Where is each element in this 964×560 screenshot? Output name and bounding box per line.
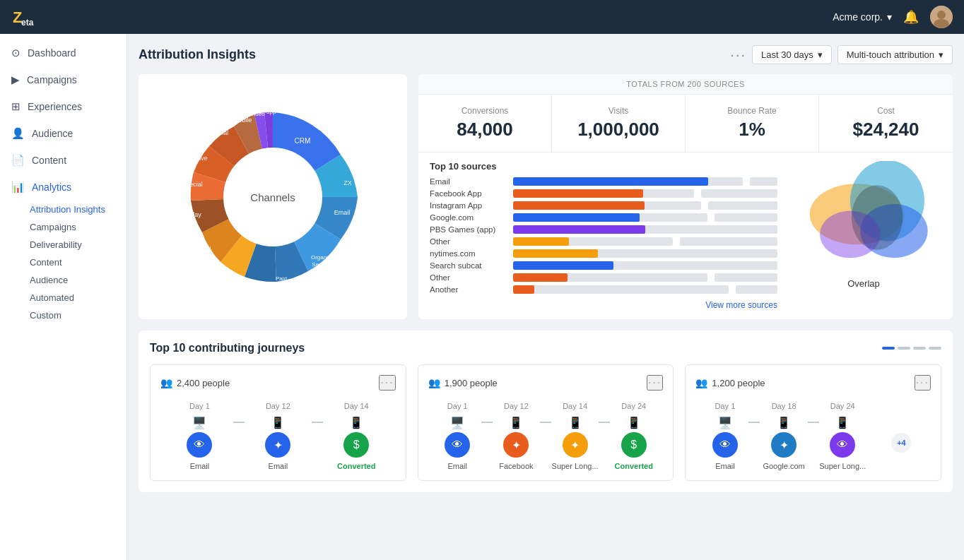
- journey-steps: Day 1 🖥️ 👁 Email Day 12 📱 ✦ Facebook Day…: [428, 402, 664, 470]
- view-more: View more sources: [430, 298, 777, 311]
- plus-badge: +4: [891, 433, 911, 453]
- journeys-title: Top 10 contributing journeys: [150, 342, 882, 355]
- overlap-title: Overlap: [847, 278, 880, 289]
- step-icon: 👁: [830, 432, 855, 458]
- card-header: 👥 1,200 people ···: [695, 375, 931, 391]
- analytics-icon: 📊: [11, 181, 25, 193]
- device-icon: 📱: [835, 416, 850, 429]
- journey-step-2: Day 14 📱 ✦ Super Long...: [546, 402, 604, 470]
- sources-list: Top 10 sources Email Facebook App Instag…: [430, 161, 777, 311]
- svg-text:eta: eta: [21, 18, 34, 28]
- top-section: Channels CRM ZX Email Organic Search Pai…: [139, 74, 953, 319]
- sidebar-item-automated[interactable]: Automated: [30, 289, 127, 306]
- device-icon: 🖥️: [718, 416, 732, 429]
- people-icon: 👥: [160, 377, 172, 388]
- sidebar: ⊙ Dashboard ▶ Campaigns ⊞ Experiences 👤 …: [0, 34, 127, 560]
- card-more-button[interactable]: ···: [647, 375, 663, 391]
- sidebar-item-content[interactable]: 📄 Content: [0, 147, 127, 174]
- journey-step-plus: +4: [872, 402, 931, 453]
- sidebar-item-experiences[interactable]: ⊞ Experiences: [0, 93, 127, 120]
- step-icon: 👁: [712, 432, 738, 458]
- donut-chart: Channels CRM ZX Email Organic Search Pai…: [167, 91, 379, 303]
- attribution-type-dropdown[interactable]: Multi-touch attribution ▾: [837, 45, 953, 64]
- source-row-2: Instagram App: [430, 201, 777, 210]
- notifications-bell[interactable]: 🔔: [903, 9, 919, 25]
- journey-card-2: 👥 1,200 people ··· Day 1 🖥️ 👁 Email Day …: [685, 364, 941, 481]
- user-avatar[interactable]: [930, 6, 953, 28]
- device-icon: 📱: [509, 416, 523, 429]
- carousel-dot-1[interactable]: [882, 347, 895, 350]
- sidebar-item-dashboard[interactable]: ⊙ Dashboard: [0, 40, 127, 66]
- card-more-button[interactable]: ···: [915, 375, 931, 391]
- sidebar-item-analytics[interactable]: 📊 Analytics: [0, 174, 127, 201]
- chevron-down-icon: ▾: [939, 49, 944, 60]
- sidebar-item-campaigns[interactable]: ▶ Campaigns: [0, 66, 127, 93]
- sidebar-item-audience-sub[interactable]: Audience: [30, 271, 127, 289]
- logo[interactable]: Z eta: [11, 6, 41, 28]
- carousel-nav: [882, 347, 941, 350]
- dashboard-icon: ⊙: [11, 47, 20, 59]
- source-row-0: Email: [430, 177, 777, 186]
- step-icon: 👁: [187, 432, 212, 458]
- chevron-down-icon: ▾: [887, 11, 892, 23]
- svg-point-28: [852, 185, 903, 250]
- card-header: 👥 1,900 people ···: [428, 375, 664, 391]
- main-content: Attribution Insights ··· Last 30 days ▾ …: [127, 34, 964, 560]
- app-body: ⊙ Dashboard ▶ Campaigns ⊞ Experiences 👤 …: [0, 34, 964, 560]
- journey-step-3: Day 24 📱 $ Converted: [604, 402, 663, 470]
- stats-panel: TOTALS FROM 200 SOURCES Conversions 84,0…: [418, 74, 953, 319]
- source-row-1: Facebook App: [430, 189, 777, 198]
- step-icon: ✦: [265, 432, 290, 458]
- sources-rows: Email Facebook App Instagram App Google.…: [430, 177, 777, 294]
- overlap-chart: Overlap: [786, 161, 941, 311]
- carousel-dot-4[interactable]: [929, 347, 941, 350]
- sources-area: Top 10 sources Email Facebook App Instag…: [418, 153, 953, 319]
- card-people: 👥 1,900 people: [428, 377, 498, 388]
- sources-title: Top 10 sources: [430, 161, 777, 172]
- company-selector[interactable]: Acme corp. ▾: [833, 11, 892, 23]
- totals-bar: TOTALS FROM 200 SOURCES: [418, 74, 953, 95]
- journey-step-2: Day 14 📱 $ Converted: [317, 402, 396, 470]
- card-people: 👥 1,200 people: [695, 377, 765, 388]
- step-icon: ✦: [503, 432, 529, 458]
- journey-steps: Day 1 🖥️ 👁 Email Day 12 📱 ✦ Email Day 14: [160, 402, 396, 470]
- audience-icon: 👤: [11, 127, 25, 140]
- carousel-dot-3[interactable]: [913, 347, 926, 350]
- topnav: Z eta Acme corp. ▾ 🔔: [0, 0, 964, 34]
- view-more-link[interactable]: View more sources: [705, 300, 777, 310]
- journey-step-0: Day 1 🖥️ 👁 Email: [428, 402, 487, 470]
- step-icon: $: [621, 432, 647, 458]
- journeys-header: Top 10 contributing journeys: [150, 342, 941, 355]
- people-icon: 👥: [695, 377, 707, 388]
- card-more-button[interactable]: ···: [379, 375, 395, 391]
- donut-center-label: Channels: [250, 191, 295, 203]
- source-row-4: PBS Games (app): [430, 225, 777, 234]
- journey-step-0: Day 1 🖥️ 👁 Email: [695, 402, 754, 470]
- sidebar-item-deliverability[interactable]: Deliverability: [30, 236, 127, 254]
- stat-bounce-rate: Bounce Rate 1%: [686, 95, 819, 152]
- more-options-button[interactable]: ···: [730, 47, 746, 63]
- sidebar-item-attribution-insights[interactable]: Attribution Insights: [30, 201, 127, 218]
- topnav-right: Acme corp. ▾ 🔔: [833, 6, 953, 28]
- stat-visits: Visits 1,000,000: [552, 95, 686, 152]
- svg-point-4: [937, 11, 946, 19]
- source-row-9: Another: [430, 285, 777, 294]
- carousel-dot-2[interactable]: [898, 347, 910, 350]
- source-row-5: Other: [430, 237, 777, 246]
- experiences-icon: ⊞: [11, 100, 20, 113]
- device-icon: 📱: [349, 416, 363, 429]
- donut-panel: Channels CRM ZX Email Organic Search Pai…: [139, 74, 407, 319]
- sidebar-item-custom[interactable]: Custom: [30, 306, 127, 324]
- device-icon: 🖥️: [450, 416, 464, 429]
- sidebar-item-audience[interactable]: 👤 Audience: [0, 120, 127, 147]
- section-header: Attribution Insights ··· Last 30 days ▾ …: [139, 45, 953, 64]
- stat-conversions: Conversions 84,000: [418, 95, 552, 152]
- analytics-submenu: Attribution Insights Campaigns Deliverab…: [0, 201, 127, 324]
- journey-steps: Day 1 🖥️ 👁 Email Day 18 📱 ✦ Google.com D…: [695, 402, 931, 470]
- source-row-7: Search subcat: [430, 261, 777, 270]
- journey-cards: 👥 2,400 people ··· Day 1 🖥️ 👁 Email Day …: [150, 364, 941, 481]
- sidebar-item-content-sub[interactable]: Content: [30, 254, 127, 271]
- sidebar-item-campaigns-sub[interactable]: Campaigns: [30, 218, 127, 236]
- device-icon: 🖥️: [192, 416, 206, 429]
- date-range-dropdown[interactable]: Last 30 days ▾: [752, 45, 832, 64]
